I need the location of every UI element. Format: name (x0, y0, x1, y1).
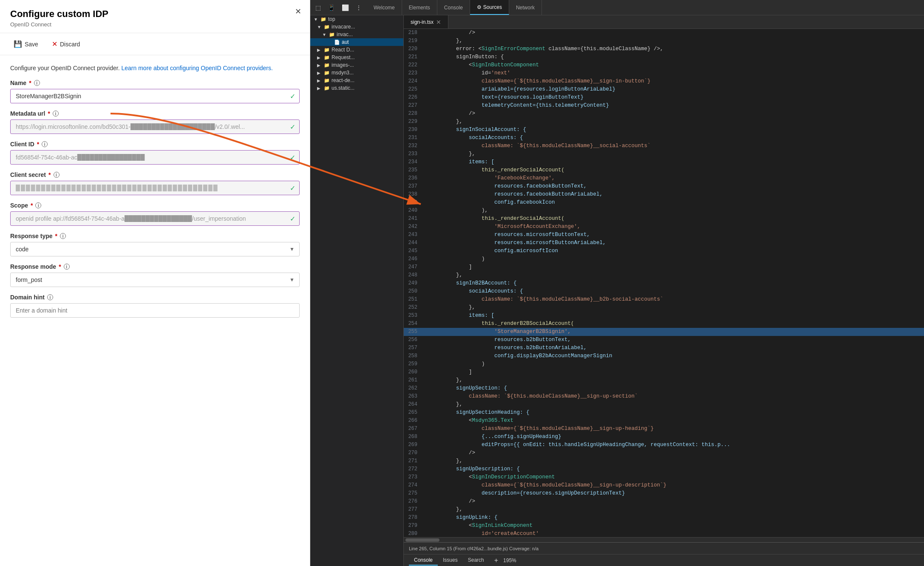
code-line: 218 /> (404, 29, 924, 37)
panel-title: Configure custom IDP (10, 9, 300, 20)
code-line: 268 {...config.signUpHeading} (404, 433, 924, 441)
client-secret-info-icon[interactable]: i (54, 172, 60, 178)
maximize-icon[interactable]: ⬜ (340, 3, 351, 13)
line-number: 266 (407, 417, 424, 425)
line-content: /> (424, 110, 921, 118)
line-number: 230 (407, 126, 424, 134)
line-number: 239 (407, 199, 424, 207)
name-input[interactable] (10, 89, 300, 103)
line-content: telemetryContent={this.telemetryContent} (424, 102, 921, 110)
tab-elements[interactable]: Elements (402, 0, 437, 15)
line-number: 225 (407, 85, 424, 94)
code-line: 249 signInB2BAccount: { (404, 279, 924, 287)
inspect-icon[interactable]: ⬚ (314, 3, 323, 13)
folder-icon: 📁 (320, 17, 326, 22)
code-content[interactable]: 218 />219 },220 error: <SignInErrorCompo… (404, 29, 924, 537)
client-id-input[interactable] (10, 150, 300, 165)
line-content: className: `${this.moduleClassName}__soc… (424, 142, 921, 150)
response-type-label: Response type * i (10, 233, 300, 239)
metadata-url-input[interactable] (10, 119, 300, 134)
domain-hint-label: Domain hint i (10, 294, 300, 301)
line-number: 246 (407, 255, 424, 263)
line-content: this._renderSocialAccount( (424, 215, 921, 223)
discard-label: Discard (60, 41, 80, 48)
metadata-url-input-wrapper: ✓ (10, 119, 300, 134)
code-line: 248 }, (404, 271, 924, 279)
line-content: resources.b2bButtonText, (424, 336, 921, 344)
line-number: 226 (407, 94, 424, 102)
bottom-tab-console[interactable]: Console (409, 555, 438, 566)
line-content: ] (424, 263, 921, 271)
code-line: 280 id='createAccount' (404, 530, 924, 537)
domain-hint-field-group: Domain hint i (10, 294, 300, 318)
code-line: 246 ) (404, 255, 924, 263)
horizontal-scrollbar[interactable] (404, 537, 924, 542)
domain-hint-input[interactable] (10, 303, 300, 318)
add-tab-button[interactable]: + (494, 557, 498, 564)
save-button[interactable]: 💾 Save (10, 38, 42, 50)
line-number: 233 (407, 150, 424, 158)
tree-item-request[interactable]: ▶ 📁 Request... (310, 54, 403, 61)
line-number: 229 (407, 118, 424, 126)
line-content: this._renderB2BSocialAccount( (424, 320, 921, 328)
editor-tab-bar: sign-in.tsx ✕ (404, 15, 924, 29)
line-number: 244 (407, 239, 424, 247)
tree-arrow-icon: ▼ (314, 17, 319, 22)
line-number: 255 (407, 328, 424, 336)
scope-label: Scope * i (10, 202, 300, 209)
tree-item-invacare1[interactable]: ▼ 📁 invacare... (310, 23, 403, 31)
tab-close-icon[interactable]: ✕ (436, 19, 441, 26)
panel-subtitle: OpenID Connect (10, 21, 300, 28)
device-icon[interactable]: 📱 (326, 3, 337, 13)
tree-item-top[interactable]: ▼ 📁 top (310, 15, 403, 23)
tab-welcome[interactable]: Welcome (367, 0, 402, 15)
scope-info-icon[interactable]: i (35, 202, 41, 208)
client-secret-input[interactable] (10, 181, 300, 195)
line-content: }, (424, 304, 921, 312)
line-number: 270 (407, 449, 424, 457)
scope-input[interactable] (10, 211, 300, 226)
tree-arrow-icon: ▼ (317, 25, 322, 29)
tab-sources[interactable]: ⚙Sources (470, 0, 509, 15)
code-line: 225 ariaLabel={resources.loginButtonAria… (404, 85, 924, 94)
line-number: 263 (407, 393, 424, 401)
line-number: 241 (407, 215, 424, 223)
code-line: 260 ] (404, 368, 924, 376)
tab-console[interactable]: Console (437, 0, 470, 15)
metadata-info-icon[interactable]: i (53, 111, 59, 117)
bottom-tab-search[interactable]: Search (463, 555, 489, 566)
response-mode-info-icon[interactable]: i (64, 264, 70, 270)
scope-field-group: Scope * i ✓ (10, 202, 300, 226)
close-button[interactable]: ✕ (295, 7, 301, 16)
response-type-select[interactable]: code token id_token (10, 242, 300, 256)
more-icon[interactable]: ⋮ (354, 3, 363, 13)
tree-item-label: React D... (332, 47, 354, 53)
tree-item-invacare2[interactable]: ▼ 📁 invac... (310, 31, 403, 38)
devtools-bottom-bar: Console Issues Search + 195% (404, 554, 924, 566)
learn-more-link[interactable]: Learn more about configuring OpenID Conn… (121, 65, 272, 71)
tree-item-usstatic[interactable]: ▶ 📁 us.static... (310, 84, 403, 92)
client-id-info-icon[interactable]: i (42, 141, 48, 147)
line-number: 257 (407, 344, 424, 352)
discard-button[interactable]: ✕ Discard (48, 38, 83, 50)
code-tab-signin[interactable]: sign-in.tsx ✕ (404, 15, 448, 28)
name-info-icon[interactable]: i (34, 80, 40, 86)
code-line: 257 resources.b2bButtonAriaLabel, (404, 344, 924, 352)
response-type-info-icon[interactable]: i (60, 233, 66, 239)
bottom-tab-issues[interactable]: Issues (438, 555, 463, 566)
tree-item-aut[interactable]: 📄 aut (310, 38, 403, 46)
line-content: signUpDescription: { (424, 465, 921, 473)
code-line: 251 className: `${this.moduleClassName}_… (404, 296, 924, 304)
code-line: 231 socialAccounts: { (404, 134, 924, 142)
tab-network[interactable]: Network (509, 0, 542, 15)
domain-hint-info-icon[interactable]: i (47, 294, 53, 300)
tree-item-reactde[interactable]: ▶ 📁 react-de... (310, 77, 403, 84)
code-line: 252 }, (404, 304, 924, 312)
line-number: 223 (407, 69, 424, 77)
response-mode-select[interactable]: form_post query fragment (10, 273, 300, 287)
tree-item-reactd[interactable]: ▶ 📁 React D... (310, 46, 403, 54)
tree-item-images[interactable]: ▶ 📁 images-... (310, 61, 403, 69)
line-content: }, (424, 271, 921, 279)
tree-item-msdyn[interactable]: ▶ 📁 msdyn3... (310, 69, 403, 77)
line-content: }, (424, 118, 921, 126)
